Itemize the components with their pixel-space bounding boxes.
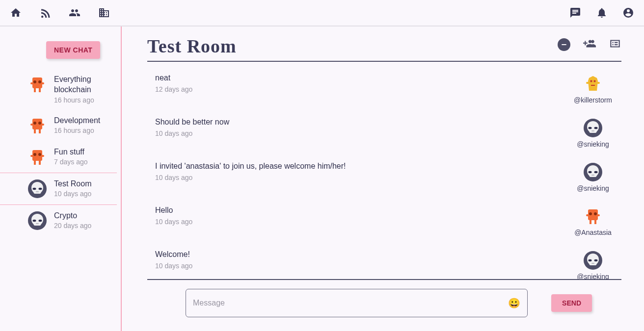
message-row: neat 12 days ago @killerstorm (155, 67, 617, 111)
message-text: Hello (155, 206, 559, 215)
emoji-icon[interactable]: 😀 (508, 297, 520, 309)
message-text: neat (155, 74, 559, 82)
message-time: 10 days ago (155, 262, 559, 270)
message-author[interactable]: @Anastasia (574, 229, 612, 236)
send-button[interactable]: SEND (551, 294, 592, 312)
messages-container[interactable]: neat 12 days ago @killerstorm Should be … (147, 62, 621, 280)
message-text: I invited 'anastasia' to join us, please… (155, 162, 559, 171)
message-text: Should be better now (155, 118, 559, 127)
message-avatar[interactable] (583, 162, 603, 182)
people-icon[interactable] (69, 7, 80, 19)
message-time: 12 days ago (155, 85, 559, 93)
message-row: Hello 10 days ago @Anastasia (155, 199, 617, 243)
chat-avatar (27, 211, 47, 230)
chat-avatar (27, 116, 47, 135)
chat-title: Fun stuff (54, 147, 88, 157)
message-time: 10 days ago (155, 218, 559, 226)
message-avatar[interactable] (583, 250, 603, 271)
chat-time: 16 hours ago (54, 127, 100, 134)
message-author[interactable]: @snieking (577, 184, 609, 192)
home-icon[interactable] (10, 7, 22, 19)
chat-time: 20 days ago (54, 222, 91, 229)
rss-icon[interactable] (39, 7, 51, 19)
add-member-icon[interactable] (583, 37, 596, 52)
top-navbar (0, 0, 644, 26)
sidebar-chat-item[interactable]: Development 16 hours ago (27, 110, 117, 141)
chat-title: Development (54, 116, 100, 126)
message-author[interactable]: @snieking (577, 140, 609, 148)
message-row: I invited 'anastasia' to join us, please… (155, 155, 617, 199)
message-text: Welcome! (155, 250, 559, 259)
main-panel: Test Room neat 12 days ago @killerstorm … (122, 26, 644, 331)
message-time: 10 days ago (155, 129, 559, 137)
chat-title: Test Room (54, 179, 91, 189)
message-row: Should be better now 10 days ago @snieki… (155, 111, 617, 155)
bell-icon[interactable] (596, 7, 608, 19)
sidebar-chat-item[interactable]: Everything blockchain 16 hours ago (27, 69, 117, 110)
message-row: Welcome! 10 days ago @snieking (155, 243, 617, 280)
sidebar: NEW CHAT Everything blockchain 16 hours … (0, 26, 122, 331)
chat-title: Everything blockchain (54, 75, 117, 95)
account-icon[interactable] (622, 7, 634, 19)
chat-time: 16 hours ago (54, 96, 117, 104)
message-time: 10 days ago (155, 174, 559, 181)
message-input-wrap: 😀 (186, 289, 528, 317)
message-avatar[interactable] (583, 206, 603, 227)
message-avatar[interactable] (583, 74, 603, 94)
message-author[interactable]: @snieking (577, 273, 609, 280)
sidebar-chat-item[interactable]: Crypto 20 days ago (27, 205, 117, 236)
remove-icon[interactable] (558, 38, 570, 51)
message-input[interactable] (193, 299, 508, 307)
message-avatar[interactable] (583, 118, 603, 138)
list-icon[interactable] (609, 37, 621, 52)
chat-avatar (27, 147, 47, 167)
sidebar-chat-item[interactable]: Fun stuff 7 days ago (27, 141, 117, 173)
chat-avatar (27, 179, 47, 199)
chat-time: 7 days ago (54, 158, 88, 166)
chat-title: Crypto (54, 211, 91, 221)
chat-icon[interactable] (569, 7, 581, 19)
sidebar-chat-item[interactable]: Test Room 10 days ago (0, 173, 117, 205)
chat-time: 10 days ago (54, 190, 91, 198)
chat-avatar (27, 75, 47, 94)
new-chat-button[interactable]: NEW CHAT (46, 41, 100, 59)
building-icon[interactable] (98, 7, 110, 19)
message-author[interactable]: @killerstorm (574, 96, 612, 104)
svg-rect-14 (562, 44, 566, 45)
room-title: Test Room (147, 35, 237, 57)
